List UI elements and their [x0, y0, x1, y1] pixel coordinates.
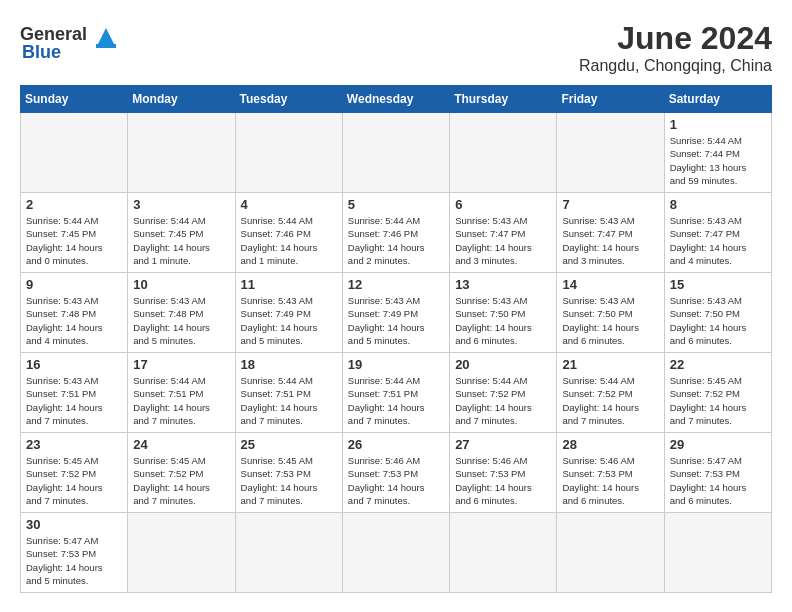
calendar-day-cell: 25Sunrise: 5:45 AMSunset: 7:53 PMDayligh… — [235, 433, 342, 513]
calendar-day-cell — [128, 113, 235, 193]
calendar-day-cell: 8Sunrise: 5:43 AMSunset: 7:47 PMDaylight… — [664, 193, 771, 273]
day-number: 30 — [26, 517, 122, 532]
month-year-title: June 2024 — [579, 20, 772, 57]
day-info: Sunrise: 5:45 AMSunset: 7:52 PMDaylight:… — [26, 454, 122, 507]
calendar-day-cell: 18Sunrise: 5:44 AMSunset: 7:51 PMDayligh… — [235, 353, 342, 433]
calendar-day-cell — [235, 113, 342, 193]
logo: General Blue — [20, 20, 121, 63]
day-info: Sunrise: 5:44 AMSunset: 7:46 PMDaylight:… — [241, 214, 337, 267]
day-number: 25 — [241, 437, 337, 452]
calendar-day-cell: 11Sunrise: 5:43 AMSunset: 7:49 PMDayligh… — [235, 273, 342, 353]
day-info: Sunrise: 5:47 AMSunset: 7:53 PMDaylight:… — [26, 534, 122, 587]
day-info: Sunrise: 5:46 AMSunset: 7:53 PMDaylight:… — [455, 454, 551, 507]
calendar-day-cell: 4Sunrise: 5:44 AMSunset: 7:46 PMDaylight… — [235, 193, 342, 273]
day-info: Sunrise: 5:44 AMSunset: 7:45 PMDaylight:… — [26, 214, 122, 267]
calendar-day-cell: 28Sunrise: 5:46 AMSunset: 7:53 PMDayligh… — [557, 433, 664, 513]
calendar-day-cell — [450, 513, 557, 593]
day-number: 29 — [670, 437, 766, 452]
day-number: 24 — [133, 437, 229, 452]
day-info: Sunrise: 5:45 AMSunset: 7:53 PMDaylight:… — [241, 454, 337, 507]
day-number: 14 — [562, 277, 658, 292]
day-info: Sunrise: 5:44 AMSunset: 7:52 PMDaylight:… — [562, 374, 658, 427]
calendar-day-cell: 30Sunrise: 5:47 AMSunset: 7:53 PMDayligh… — [21, 513, 128, 593]
calendar-day-cell — [342, 513, 449, 593]
calendar-week-row: 23Sunrise: 5:45 AMSunset: 7:52 PMDayligh… — [21, 433, 772, 513]
calendar-day-cell: 9Sunrise: 5:43 AMSunset: 7:48 PMDaylight… — [21, 273, 128, 353]
calendar-day-cell: 5Sunrise: 5:44 AMSunset: 7:46 PMDaylight… — [342, 193, 449, 273]
day-number: 19 — [348, 357, 444, 372]
calendar-day-cell: 12Sunrise: 5:43 AMSunset: 7:49 PMDayligh… — [342, 273, 449, 353]
calendar-day-cell: 27Sunrise: 5:46 AMSunset: 7:53 PMDayligh… — [450, 433, 557, 513]
calendar-day-cell: 7Sunrise: 5:43 AMSunset: 7:47 PMDaylight… — [557, 193, 664, 273]
calendar-day-cell — [128, 513, 235, 593]
day-number: 5 — [348, 197, 444, 212]
day-info: Sunrise: 5:43 AMSunset: 7:47 PMDaylight:… — [670, 214, 766, 267]
title-section: June 2024 Rangdu, Chongqing, China — [579, 20, 772, 75]
day-number: 8 — [670, 197, 766, 212]
weekday-header-tuesday: Tuesday — [235, 86, 342, 113]
day-info: Sunrise: 5:44 AMSunset: 7:52 PMDaylight:… — [455, 374, 551, 427]
weekday-header-thursday: Thursday — [450, 86, 557, 113]
calendar-day-cell — [557, 513, 664, 593]
day-number: 3 — [133, 197, 229, 212]
day-info: Sunrise: 5:46 AMSunset: 7:53 PMDaylight:… — [348, 454, 444, 507]
weekday-header-friday: Friday — [557, 86, 664, 113]
day-number: 22 — [670, 357, 766, 372]
calendar-day-cell: 17Sunrise: 5:44 AMSunset: 7:51 PMDayligh… — [128, 353, 235, 433]
day-number: 26 — [348, 437, 444, 452]
day-number: 18 — [241, 357, 337, 372]
day-number: 17 — [133, 357, 229, 372]
day-info: Sunrise: 5:43 AMSunset: 7:49 PMDaylight:… — [241, 294, 337, 347]
calendar-table: SundayMondayTuesdayWednesdayThursdayFrid… — [20, 85, 772, 593]
calendar-day-cell: 29Sunrise: 5:47 AMSunset: 7:53 PMDayligh… — [664, 433, 771, 513]
day-info: Sunrise: 5:43 AMSunset: 7:49 PMDaylight:… — [348, 294, 444, 347]
calendar-day-cell: 14Sunrise: 5:43 AMSunset: 7:50 PMDayligh… — [557, 273, 664, 353]
day-info: Sunrise: 5:44 AMSunset: 7:46 PMDaylight:… — [348, 214, 444, 267]
day-number: 13 — [455, 277, 551, 292]
calendar-day-cell: 15Sunrise: 5:43 AMSunset: 7:50 PMDayligh… — [664, 273, 771, 353]
day-number: 27 — [455, 437, 551, 452]
calendar-day-cell: 13Sunrise: 5:43 AMSunset: 7:50 PMDayligh… — [450, 273, 557, 353]
day-number: 21 — [562, 357, 658, 372]
calendar-day-cell: 20Sunrise: 5:44 AMSunset: 7:52 PMDayligh… — [450, 353, 557, 433]
day-info: Sunrise: 5:43 AMSunset: 7:50 PMDaylight:… — [562, 294, 658, 347]
calendar-day-cell: 1Sunrise: 5:44 AMSunset: 7:44 PMDaylight… — [664, 113, 771, 193]
day-info: Sunrise: 5:46 AMSunset: 7:53 PMDaylight:… — [562, 454, 658, 507]
weekday-header-monday: Monday — [128, 86, 235, 113]
calendar-week-row: 30Sunrise: 5:47 AMSunset: 7:53 PMDayligh… — [21, 513, 772, 593]
calendar-week-row: 2Sunrise: 5:44 AMSunset: 7:45 PMDaylight… — [21, 193, 772, 273]
day-info: Sunrise: 5:44 AMSunset: 7:51 PMDaylight:… — [348, 374, 444, 427]
day-number: 1 — [670, 117, 766, 132]
day-info: Sunrise: 5:45 AMSunset: 7:52 PMDaylight:… — [670, 374, 766, 427]
page-header: General Blue June 2024 Rangdu, Chongqing… — [20, 20, 772, 75]
day-number: 7 — [562, 197, 658, 212]
day-info: Sunrise: 5:44 AMSunset: 7:45 PMDaylight:… — [133, 214, 229, 267]
calendar-day-cell — [557, 113, 664, 193]
calendar-week-row: 16Sunrise: 5:43 AMSunset: 7:51 PMDayligh… — [21, 353, 772, 433]
day-number: 9 — [26, 277, 122, 292]
calendar-day-cell: 21Sunrise: 5:44 AMSunset: 7:52 PMDayligh… — [557, 353, 664, 433]
calendar-day-cell: 10Sunrise: 5:43 AMSunset: 7:48 PMDayligh… — [128, 273, 235, 353]
day-number: 12 — [348, 277, 444, 292]
day-number: 10 — [133, 277, 229, 292]
calendar-week-row: 1Sunrise: 5:44 AMSunset: 7:44 PMDaylight… — [21, 113, 772, 193]
day-info: Sunrise: 5:43 AMSunset: 7:47 PMDaylight:… — [455, 214, 551, 267]
calendar-day-cell: 3Sunrise: 5:44 AMSunset: 7:45 PMDaylight… — [128, 193, 235, 273]
calendar-day-cell: 6Sunrise: 5:43 AMSunset: 7:47 PMDaylight… — [450, 193, 557, 273]
calendar-day-cell: 26Sunrise: 5:46 AMSunset: 7:53 PMDayligh… — [342, 433, 449, 513]
calendar-day-cell — [450, 113, 557, 193]
calendar-day-cell: 24Sunrise: 5:45 AMSunset: 7:52 PMDayligh… — [128, 433, 235, 513]
logo-blue-text: Blue — [22, 42, 61, 63]
day-info: Sunrise: 5:43 AMSunset: 7:50 PMDaylight:… — [455, 294, 551, 347]
calendar-week-row: 9Sunrise: 5:43 AMSunset: 7:48 PMDaylight… — [21, 273, 772, 353]
day-number: 6 — [455, 197, 551, 212]
location-subtitle: Rangdu, Chongqing, China — [579, 57, 772, 75]
day-number: 28 — [562, 437, 658, 452]
logo-icon — [91, 20, 121, 48]
calendar-day-cell — [664, 513, 771, 593]
calendar-day-cell: 22Sunrise: 5:45 AMSunset: 7:52 PMDayligh… — [664, 353, 771, 433]
day-info: Sunrise: 5:44 AMSunset: 7:51 PMDaylight:… — [241, 374, 337, 427]
day-info: Sunrise: 5:47 AMSunset: 7:53 PMDaylight:… — [670, 454, 766, 507]
calendar-day-cell: 23Sunrise: 5:45 AMSunset: 7:52 PMDayligh… — [21, 433, 128, 513]
weekday-header-wednesday: Wednesday — [342, 86, 449, 113]
